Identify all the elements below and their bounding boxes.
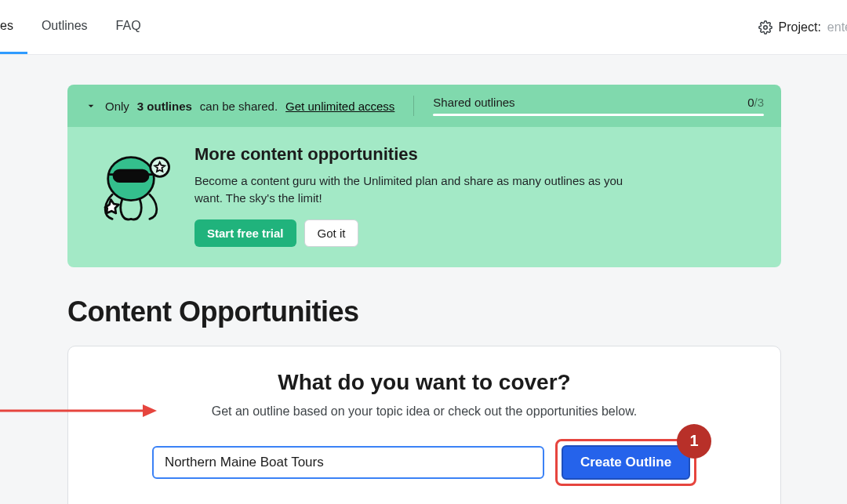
project-selector[interactable]: Project: ente <box>758 20 847 34</box>
tab-opportunities-partial[interactable]: es <box>0 0 27 54</box>
chevron-down-icon[interactable] <box>85 100 97 112</box>
octopus-illustration <box>88 144 174 230</box>
divider <box>413 96 414 116</box>
gear-icon <box>758 20 772 34</box>
card-title: What do you want to cover? <box>96 370 752 395</box>
upsell-banner: More content opportunities Become a cont… <box>67 127 781 267</box>
got-it-button[interactable]: Got it <box>304 219 359 247</box>
upsell-text: Become a content guru with the Unlimited… <box>194 172 634 207</box>
unlimited-link[interactable]: Get unlimited access <box>285 100 394 113</box>
tab-faq[interactable]: FAQ <box>102 0 155 54</box>
shared-outlines-meter: Shared outlines 0/3 <box>433 96 764 116</box>
top-bar: es Outlines FAQ Project: ente <box>0 0 847 55</box>
project-label: Project: <box>779 20 821 34</box>
shared-progress-bar <box>433 114 764 116</box>
page-title: Content Opportunities <box>67 296 781 328</box>
tab-outlines[interactable]: Outlines <box>27 0 102 54</box>
topic-input[interactable] <box>152 446 544 479</box>
card-subtitle: Get an outline based on your topic idea … <box>96 404 752 419</box>
topic-input-row: Create Outline 1 <box>96 439 752 486</box>
topic-card: What do you want to cover? Get an outlin… <box>67 346 781 505</box>
upsell-copy: More content opportunities Become a cont… <box>194 144 634 247</box>
tab-label: Outlines <box>42 19 88 33</box>
limit-banner-strip: Only 3 outlines can be shared. Get unlim… <box>67 85 781 127</box>
tab-label: FAQ <box>116 19 141 33</box>
shared-count: 0/3 <box>747 96 764 109</box>
project-value: ente <box>827 20 847 34</box>
svg-point-0 <box>763 25 767 29</box>
limit-banner-message: Only 3 outlines can be shared. Get unlim… <box>85 100 394 113</box>
tab-label: es <box>0 19 13 33</box>
limit-count: 3 outlines <box>137 100 192 113</box>
limit-suffix: can be shared. <box>200 100 278 113</box>
svg-rect-2 <box>114 170 148 182</box>
shared-label: Shared outlines <box>433 96 514 109</box>
page-body: Only 3 outlines can be shared. Get unlim… <box>0 55 847 504</box>
upsell-title: More content opportunities <box>194 144 634 165</box>
create-outline-button[interactable]: Create Outline <box>562 445 690 480</box>
step-badge: 1 <box>677 424 711 459</box>
start-free-trial-button[interactable]: Start free trial <box>194 219 296 247</box>
limit-prefix: Only <box>105 100 129 113</box>
tab-strip: es Outlines FAQ <box>0 0 155 54</box>
create-outline-highlight: Create Outline 1 <box>555 439 696 486</box>
